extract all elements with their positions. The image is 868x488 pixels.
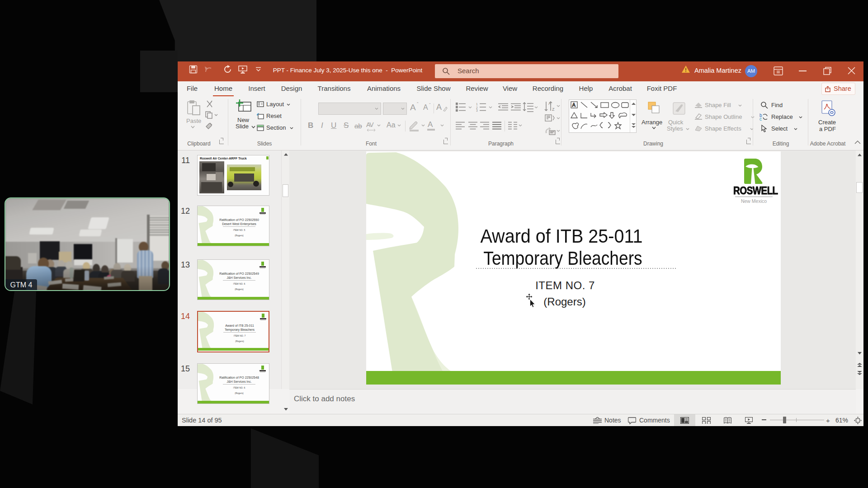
svg-text:A: A (572, 102, 576, 108)
svg-text:c: c (760, 117, 762, 121)
svg-text:A: A (548, 101, 551, 106)
svg-text:1: 1 (476, 103, 478, 106)
svg-text:Z: Z (552, 107, 555, 112)
svg-text:3: 3 (476, 109, 478, 112)
